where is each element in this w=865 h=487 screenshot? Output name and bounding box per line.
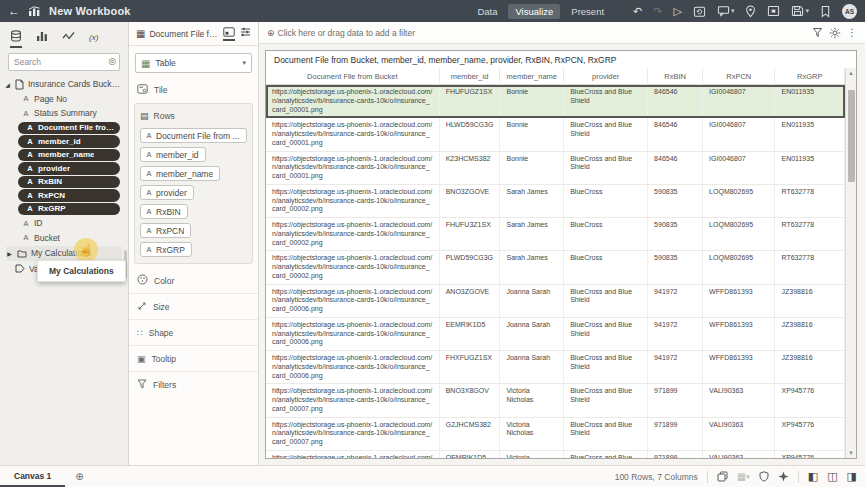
cell-rxgrp: RT632778 — [775, 218, 844, 251]
column-header[interactable]: member_id — [440, 68, 501, 85]
bookmark-icon[interactable] — [820, 5, 831, 18]
field-item[interactable]: A Page No — [4, 92, 124, 107]
undo-icon[interactable]: ↶ — [633, 5, 642, 18]
column-header[interactable]: provider — [564, 68, 648, 85]
rows-field-pill[interactable]: A member_id — [140, 147, 206, 162]
avatar[interactable]: AS — [842, 4, 857, 19]
column-header[interactable]: Document File from Bucket — [266, 68, 440, 85]
table-visualization[interactable]: Document File from Bucket, member_id, me… — [265, 50, 857, 459]
comments-icon[interactable]: ▾ — [717, 5, 735, 17]
filter-funnel-icon[interactable] — [812, 27, 823, 38]
field-item[interactable]: A provider — [18, 162, 120, 175]
mode-tab[interactable]: Data — [470, 4, 504, 19]
toggle-left-panel-icon[interactable]: ◧ — [808, 470, 818, 483]
rows-field-pill[interactable]: A Document File from ... — [140, 128, 247, 143]
scroll-up-icon[interactable]: ▲ — [848, 70, 854, 76]
cell-member-name: Joanna Sarah — [500, 285, 564, 318]
add-canvas-icon[interactable]: ⊕ — [75, 471, 83, 482]
rows-field-pill[interactable]: A RxPCN — [140, 223, 191, 238]
table-row[interactable]: https://objectstorage.us-phoenix-1.oracl… — [266, 152, 845, 185]
table-row[interactable]: https://objectstorage.us-phoenix-1.oracl… — [266, 451, 845, 458]
filters-drop-zone[interactable]: Filters — [129, 374, 258, 395]
search-options-icon[interactable]: ◎ — [108, 56, 116, 66]
field-item[interactable]: A member_id — [18, 135, 120, 148]
size-drop-zone[interactable]: Size — [129, 296, 258, 317]
shape-drop-zone[interactable]: ∷ Shape — [129, 322, 258, 343]
tab-analytics[interactable] — [62, 30, 75, 48]
tab-data-elements[interactable] — [10, 30, 22, 48]
column-header[interactable]: member_name — [500, 68, 564, 85]
cell-member-id: BNO3ZGOVE — [440, 185, 501, 218]
canvas-layout-grid-icon[interactable]: ▦▾ — [737, 471, 750, 482]
tile-drop-zone[interactable]: Tile — [129, 79, 258, 100]
folder-icon — [17, 249, 27, 258]
data-quality-shield-icon[interactable] — [759, 471, 769, 482]
run-icon[interactable]: ▷ — [674, 5, 682, 18]
field-item[interactable]: A Bucket — [4, 231, 124, 246]
table-row[interactable]: https://objectstorage.us-phoenix-1.oracl… — [266, 318, 845, 351]
rows-field-pill[interactable]: A member_name — [140, 166, 220, 181]
filter-settings-gear-icon[interactable] — [829, 27, 841, 39]
cell-rxpcn: WFFD861393 — [703, 285, 775, 318]
tab-calculations-fx[interactable]: (x) — [89, 33, 98, 48]
tab-grammar[interactable] — [223, 27, 235, 41]
field-item[interactable]: A member_name — [18, 149, 120, 162]
table-row[interactable]: https://objectstorage.us-phoenix-1.oracl… — [266, 118, 845, 151]
column-header[interactable]: RxPCN — [703, 68, 775, 85]
table-scrollbar[interactable]: ▲ ▼ — [845, 68, 856, 458]
mode-tab[interactable]: Present — [564, 4, 611, 19]
save-icon[interactable]: ▾ — [791, 5, 809, 17]
table-row[interactable]: https://objectstorage.us-phoenix-1.oracl… — [266, 218, 845, 251]
rows-section[interactable]: ▤ Rows A Document File from ... A member… — [134, 103, 253, 264]
text-attribute-icon: A — [145, 245, 153, 254]
scrollbar-thumb[interactable] — [848, 90, 855, 182]
mode-tab[interactable]: Visualize — [508, 4, 560, 19]
table-row[interactable]: https://objectstorage.us-phoenix-1.oracl… — [266, 384, 845, 417]
field-item[interactable]: A ID — [4, 216, 124, 231]
field-item[interactable]: A Document File from Bu... — [18, 122, 120, 135]
filter-bar-menu-icon[interactable]: ⋮ — [847, 27, 857, 38]
field-item[interactable]: A RxBIN — [18, 176, 120, 189]
dropdown-caret-icon: ▾ — [242, 59, 246, 67]
table-row[interactable]: https://objectstorage.us-phoenix-1.oracl… — [266, 418, 845, 451]
table-row[interactable]: https://objectstorage.us-phoenix-1.oracl… — [266, 285, 845, 318]
tile-icon — [137, 84, 148, 96]
search-input[interactable] — [8, 53, 120, 71]
auto-insights-sparkle-icon[interactable] — [778, 471, 789, 482]
tooltip-drop-zone[interactable]: ▣ Tooltip — [129, 348, 258, 369]
scroll-down-icon[interactable]: ▼ — [848, 450, 854, 456]
redo-icon[interactable]: ↷ — [653, 5, 662, 18]
toggle-split-panel-icon[interactable]: ◫ — [827, 470, 837, 483]
expand-triangle-icon[interactable]: ◢ — [4, 81, 11, 88]
field-item[interactable]: A Status Summary — [4, 106, 124, 121]
table-row[interactable]: https://objectstorage.us-phoenix-1.oracl… — [266, 85, 845, 118]
collapsed-triangle-icon[interactable]: ▶ — [6, 250, 13, 257]
field-item[interactable]: A RxPCN — [18, 189, 120, 202]
back-arrow-icon[interactable]: ← — [8, 4, 20, 18]
toggle-right-panel-icon[interactable]: ◨ — [847, 470, 857, 483]
canvas-frame-icon[interactable] — [767, 5, 780, 17]
viz-type-dropdown[interactable]: ▦ Table ▾ — [135, 53, 252, 73]
dataset-node[interactable]: ◢ Insurance Cards Bucket Ou... — [4, 77, 124, 92]
viz-title: Document File from Bucket, member_id, me… — [266, 51, 856, 68]
rows-field-pill[interactable]: A RxGRP — [140, 242, 192, 257]
rows-field-pill[interactable]: A RxBIN — [140, 204, 188, 219]
column-header[interactable]: RxGRP — [775, 68, 844, 85]
refresh-data-icon[interactable] — [693, 5, 706, 18]
duplicate-canvas-icon[interactable] — [717, 471, 728, 482]
tab-visualizations[interactable] — [36, 30, 48, 48]
table-row[interactable]: https://objectstorage.us-phoenix-1.oracl… — [266, 351, 845, 384]
cell-member-id: ANO3ZGOVE — [440, 285, 501, 318]
column-header[interactable]: RxBIN — [648, 68, 703, 85]
table-row[interactable]: https://objectstorage.us-phoenix-1.oracl… — [266, 251, 845, 284]
my-calculations-node[interactable]: ▶ My Calculations — [6, 246, 122, 261]
tab-properties-sliders[interactable] — [239, 27, 251, 41]
color-drop-zone[interactable]: Color — [129, 270, 258, 291]
location-pin-icon[interactable] — [745, 5, 756, 18]
canvas[interactable]: Document File from Bucket, member_id, me… — [259, 44, 865, 465]
rows-field-pill[interactable]: A provider — [140, 185, 194, 200]
table-row[interactable]: https://objectstorage.us-phoenix-1.oracl… — [266, 185, 845, 218]
canvas-tab[interactable]: Canvas 1 — [0, 466, 65, 487]
field-item[interactable]: A RxGRP — [18, 203, 120, 216]
add-filter-target[interactable]: ⊕ Click here or drag data to add a filte… — [267, 28, 806, 38]
